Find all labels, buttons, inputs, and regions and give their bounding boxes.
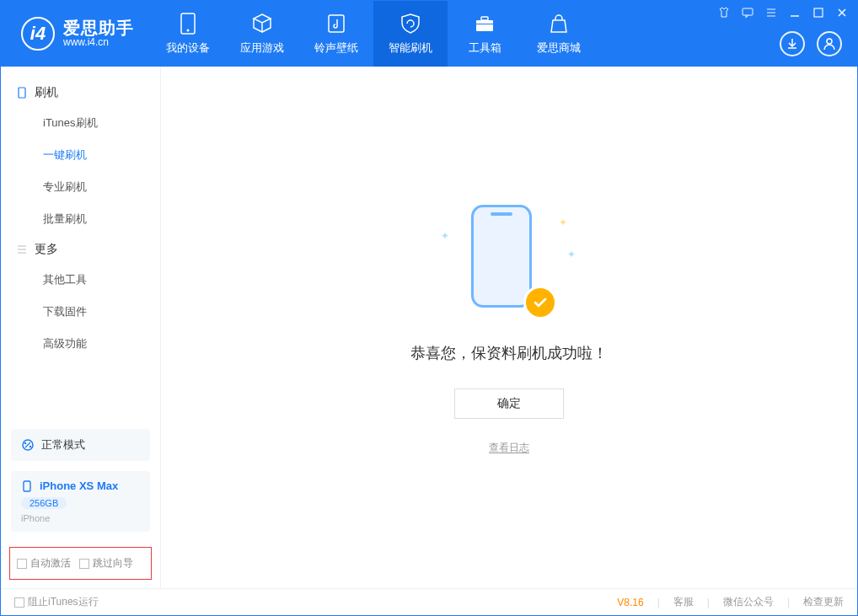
svg-point-8 [827, 39, 832, 44]
nav-my-device[interactable]: 我的设备 [151, 1, 225, 67]
footer-link-support[interactable]: 客服 [673, 595, 694, 609]
phone-outline-icon [471, 205, 532, 308]
sidebar-item-batch-flash[interactable]: 批量刷机 [1, 203, 160, 235]
svg-rect-9 [19, 88, 25, 98]
ok-button[interactable]: 确定 [454, 388, 564, 419]
nav-label: 应用游戏 [240, 40, 284, 56]
category-label: 更多 [35, 242, 58, 257]
logo-icon: i4 [21, 17, 55, 51]
svg-rect-6 [743, 8, 753, 15]
sparkle-icon: ✦ [441, 230, 449, 242]
svg-rect-2 [329, 15, 344, 32]
device-card[interactable]: iPhone XS Max 256GB iPhone [11, 471, 150, 532]
sidebar-item-download-firmware[interactable]: 下载固件 [1, 296, 160, 328]
success-illustration: ✦ ✦ ✦ [446, 200, 572, 318]
sidebar-item-other-tools[interactable]: 其他工具 [1, 264, 160, 296]
checkbox-label: 跳过向导 [93, 556, 133, 570]
shirt-icon[interactable] [717, 6, 731, 19]
nav-ringtone-wallpaper[interactable]: 铃声壁纸 [299, 1, 373, 67]
app-logo: i4 爱思助手 www.i4.cn [1, 17, 151, 51]
sidebar: 刷机 iTunes刷机 一键刷机 专业刷机 批量刷机 更多 其他工具 下载固件 … [1, 67, 161, 588]
capacity-badge: 256GB [21, 497, 67, 509]
nav-apps-games[interactable]: 应用游戏 [225, 1, 299, 67]
feedback-icon[interactable] [741, 6, 754, 19]
device-small-icon [21, 480, 33, 492]
download-button[interactable] [780, 31, 805, 56]
sidebar-item-itunes-flash[interactable]: iTunes刷机 [1, 107, 160, 139]
status-icon [21, 438, 35, 452]
auto-activate-checkbox[interactable]: 自动激活 [17, 556, 71, 570]
flash-options-highlight: 自动激活 跳过向导 [9, 547, 152, 580]
checkbox-label: 阻止iTunes运行 [28, 595, 99, 609]
title-bar: i4 爱思助手 www.i4.cn 我的设备 应用游戏 铃声壁纸 智能刷机 工具… [1, 1, 857, 67]
nav-toolbox[interactable]: 工具箱 [448, 1, 522, 67]
music-note-icon [324, 12, 348, 35]
device-status-card[interactable]: 正常模式 [11, 429, 150, 461]
checkbox-label: 自动激活 [30, 556, 71, 570]
menu-icon[interactable] [764, 6, 778, 19]
bag-icon [547, 12, 571, 35]
nav-smart-flash[interactable]: 智能刷机 [373, 1, 448, 67]
svg-point-12 [29, 446, 31, 447]
success-message: 恭喜您，保资料刷机成功啦！ [410, 343, 608, 363]
nav-label: 爱思商城 [537, 40, 581, 56]
list-icon [16, 244, 28, 255]
block-itunes-checkbox[interactable]: 阻止iTunes运行 [14, 595, 99, 609]
app-title: 爱思助手 [63, 19, 134, 37]
window-controls [717, 6, 849, 19]
version-label: V8.16 [617, 597, 643, 608]
footer-link-wechat[interactable]: 微信公众号 [723, 595, 774, 609]
nav-label: 铃声壁纸 [314, 40, 358, 56]
nav-label: 我的设备 [166, 40, 210, 56]
shield-refresh-icon [399, 12, 422, 35]
toolbox-icon [473, 12, 496, 35]
close-button[interactable] [835, 6, 849, 19]
cube-icon [250, 12, 274, 35]
svg-point-1 [187, 29, 190, 32]
device-name-label: iPhone XS Max [40, 479, 118, 492]
svg-rect-7 [814, 8, 823, 17]
nav-label: 智能刷机 [389, 40, 432, 56]
sparkle-icon: ✦ [559, 217, 567, 228]
status-label: 正常模式 [41, 437, 85, 453]
svg-rect-5 [476, 24, 493, 24]
maximize-button[interactable] [812, 6, 825, 19]
checkmark-badge-icon [523, 286, 557, 319]
status-bar: 阻止iTunes运行 V8.16 | 客服 | 微信公众号 | 检查更新 [1, 588, 857, 615]
view-log-link[interactable]: 查看日志 [489, 441, 529, 455]
sidebar-item-pro-flash[interactable]: 专业刷机 [1, 171, 160, 203]
sidebar-category-more: 更多 [1, 235, 160, 264]
device-type-label: iPhone [21, 513, 140, 523]
category-label: 刷机 [35, 85, 58, 100]
main-nav: 我的设备 应用游戏 铃声壁纸 智能刷机 工具箱 爱思商城 [151, 1, 596, 67]
svg-rect-13 [24, 481, 30, 491]
footer-link-update[interactable]: 检查更新 [803, 595, 844, 609]
device-icon [176, 12, 200, 35]
svg-rect-3 [476, 20, 493, 31]
app-subtitle: www.i4.cn [63, 37, 134, 48]
phone-small-icon [16, 87, 28, 99]
skip-guide-checkbox[interactable]: 跳过向导 [79, 556, 133, 570]
sidebar-item-advanced[interactable]: 高级功能 [1, 328, 160, 360]
user-button[interactable] [817, 31, 842, 56]
sidebar-category-flash: 刷机 [1, 78, 160, 107]
svg-rect-4 [481, 17, 488, 20]
svg-point-11 [24, 442, 26, 444]
sidebar-item-oneclick-flash[interactable]: 一键刷机 [1, 139, 160, 171]
sparkle-icon: ✦ [567, 249, 576, 260]
minimize-button[interactable] [788, 6, 802, 19]
main-content: ✦ ✦ ✦ 恭喜您，保资料刷机成功啦！ 确定 查看日志 [161, 67, 857, 588]
nav-label: 工具箱 [469, 40, 501, 56]
nav-store[interactable]: 爱思商城 [522, 1, 596, 67]
